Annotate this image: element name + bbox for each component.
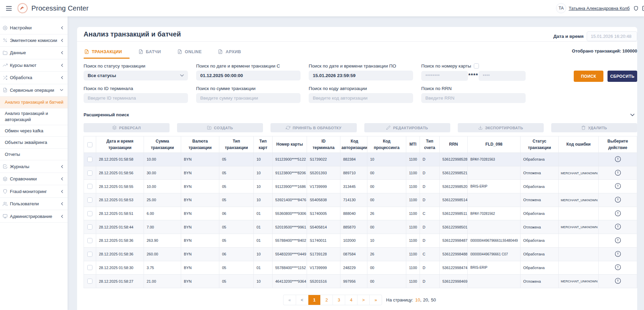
page-button-prev[interactable]: < (296, 295, 308, 305)
alert-circle-icon[interactable] (615, 156, 621, 162)
chevron-down-icon[interactable] (630, 114, 634, 116)
sidebar-item-zhurnaly[interactable]: Журналы (0, 160, 68, 173)
page-button-1[interactable]: 1 (308, 295, 320, 305)
search-button[interactable]: ПОИСК (574, 71, 603, 82)
table-row-2[interactable]: 28.12.2025 01:58:5630.00BYN051091123800*… (84, 166, 637, 180)
column-header-14[interactable]: Статус транзакции (521, 136, 559, 153)
table-row-5[interactable]: 28.12.2025 01:58:516.00BYN060155360800**… (84, 207, 637, 220)
alert-circle-icon[interactable] (615, 264, 621, 270)
auth-code-input[interactable] (309, 93, 413, 103)
sidebar-item-servisnye-operacii[interactable]: Сервисные операции (0, 84, 68, 97)
sidebar-item-emitentskie-komissii[interactable]: Эмитентские комиссии (0, 34, 68, 47)
date-to-input[interactable] (309, 71, 413, 80)
rrn-input[interactable] (421, 93, 526, 103)
delete-button[interactable]: УДАЛИТЬ (551, 123, 637, 132)
column-header-12[interactable]: RRN (440, 136, 468, 153)
row-checkbox[interactable] (87, 279, 92, 284)
export-button[interactable]: ЭКСПОРТИРОВАТЬ (458, 123, 544, 132)
row-checkbox[interactable] (87, 224, 92, 230)
alert-circle-icon[interactable] (615, 210, 621, 217)
column-header-15[interactable]: Код ошибки (559, 136, 599, 153)
column-header-16[interactable]: Выберите действие (599, 136, 637, 153)
sidebar-item-spravochniki[interactable]: Справочники (0, 173, 68, 186)
row-checkbox[interactable] (87, 238, 92, 243)
table-row-4[interactable]: 28.12.2025 01:58:5325.00BYN051053921400*… (84, 193, 637, 207)
alert-circle-icon[interactable] (615, 278, 621, 284)
row-checkbox[interactable] (87, 184, 92, 189)
column-header-7[interactable]: ID терминала (307, 136, 340, 153)
column-header-5[interactable]: Тип карт (254, 136, 273, 153)
table-row-7[interactable]: 28.12.2025 01:58:36263.90BYN050155788400… (84, 234, 637, 248)
sidebar-subitem-5[interactable]: Отчеты (0, 149, 68, 161)
column-header-11[interactable]: Тип счета (420, 136, 440, 153)
datetime-input[interactable]: 15.01.2026 16:20:48 (587, 31, 637, 41)
alert-circle-icon[interactable] (615, 196, 621, 203)
column-header-8[interactable]: Код авторизации (340, 136, 367, 153)
shield-icon[interactable] (633, 5, 639, 11)
advanced-search-label[interactable]: Расширенный поиск (84, 112, 129, 117)
column-header-2[interactable]: Сумма транзакции (144, 136, 181, 153)
edit-button[interactable]: РЕДАКТИРОВАТЬ (364, 123, 450, 132)
card-number-end-input[interactable] (479, 71, 526, 81)
page-button-4[interactable]: 4 (345, 295, 357, 305)
select-all-checkbox[interactable] (87, 142, 92, 147)
row-checkbox[interactable] (87, 211, 92, 216)
date-from-input[interactable] (196, 71, 301, 80)
column-header-6[interactable]: Номер карты (273, 136, 307, 153)
tab-2[interactable]: БАТЧИ (138, 49, 169, 59)
per-page-option-10[interactable]: 10, (415, 297, 421, 302)
per-page-option-50[interactable]: 50 (431, 297, 436, 302)
alert-circle-icon[interactable] (615, 223, 621, 230)
table-row-3[interactable]: 28.12.2025 01:58:5510.00BYN051091123900*… (84, 180, 637, 193)
card-number-checkbox[interactable] (474, 63, 479, 69)
column-header-1[interactable]: Дата и время транзакции (96, 136, 144, 153)
sidebar-item-obrabotka[interactable]: Обработка (0, 72, 68, 84)
column-header-10[interactable]: MTI (406, 136, 420, 153)
sidebar-subitem-3[interactable]: Обмен через kafka (0, 125, 68, 137)
avatar[interactable]: ТА (556, 3, 566, 13)
sidebar-subitem-4[interactable]: Объекты эквайринга (0, 137, 68, 149)
alert-circle-icon[interactable] (615, 237, 621, 243)
alert-circle-icon[interactable] (615, 183, 621, 189)
amount-input[interactable] (196, 93, 301, 103)
page-button-2[interactable]: 2 (320, 295, 333, 305)
table-row-10[interactable]: 28.12.2025 01:58:2721.00BYN051046413200*… (84, 275, 637, 288)
table-row-9[interactable]: 28.12.2025 01:58:303.75BYN050155788400**… (84, 261, 637, 275)
page-button-first[interactable]: « (283, 295, 296, 305)
row-checkbox[interactable] (87, 171, 92, 176)
logout-icon[interactable] (642, 5, 644, 11)
sidebar-item-kursy-valyut[interactable]: Курсы валют (0, 59, 68, 72)
alert-circle-icon[interactable] (615, 251, 621, 257)
column-header-13[interactable]: FLD_098 (468, 136, 521, 153)
card-number-start-input[interactable] (421, 71, 468, 81)
page-button-next[interactable]: > (357, 295, 369, 305)
column-header-9[interactable]: Код процессинга (367, 136, 406, 153)
alert-circle-icon[interactable] (615, 169, 621, 176)
tab-3[interactable]: ONLINE (177, 49, 209, 59)
reset-button[interactable]: СБРОСИТЬ (608, 71, 637, 82)
sidebar-item-fraud-monitoring[interactable]: Fraud-мониторинг (0, 185, 68, 198)
table-row-6[interactable]: 28.12.2025 01:58:447.00BYN050152019500**… (84, 220, 637, 234)
row-checkbox[interactable] (87, 157, 92, 162)
process-button[interactable]: ПРИНЯТЬ В ОБРАБОТКУ (270, 123, 356, 132)
tab-4[interactable]: АРХИВ (217, 49, 248, 59)
status-select[interactable]: Все статусы (84, 71, 188, 80)
sidebar-subitem-2[interactable]: Анализ транзакций и авторизаций (0, 108, 68, 125)
sidebar-item-nastroyki[interactable]: Настройки (0, 22, 68, 34)
create-button[interactable]: СОЗДАТЬ (177, 123, 263, 132)
terminal-id-input[interactable] (84, 93, 188, 103)
page-button-last[interactable]: » (369, 295, 382, 305)
page-button-3[interactable]: 3 (333, 295, 345, 305)
column-header-4[interactable]: Тип транзакции (219, 136, 254, 153)
sidebar-item-administrirovanie[interactable]: Администрирование (0, 210, 68, 223)
tab-1[interactable]: ТРАНЗАКЦИИ (84, 49, 130, 59)
menu-icon[interactable] (5, 5, 12, 12)
row-checkbox[interactable] (87, 197, 92, 203)
row-checkbox[interactable] (87, 252, 92, 257)
sidebar-item-polzovateli[interactable]: Пользователи (0, 198, 68, 210)
table-row-8[interactable]: 28.12.2025 01:58:36260.00BYN061055483200… (84, 247, 637, 261)
reversal-button[interactable]: РЕВЕРСАЛ (84, 123, 170, 132)
column-header-3[interactable]: Валюта транзакции (181, 136, 219, 153)
table-row-1[interactable]: 28.12.2025 01:58:5810.00BYN051091123900*… (84, 153, 637, 166)
sidebar-subitem-1[interactable]: Анализ транзакций и батчей (0, 97, 68, 108)
